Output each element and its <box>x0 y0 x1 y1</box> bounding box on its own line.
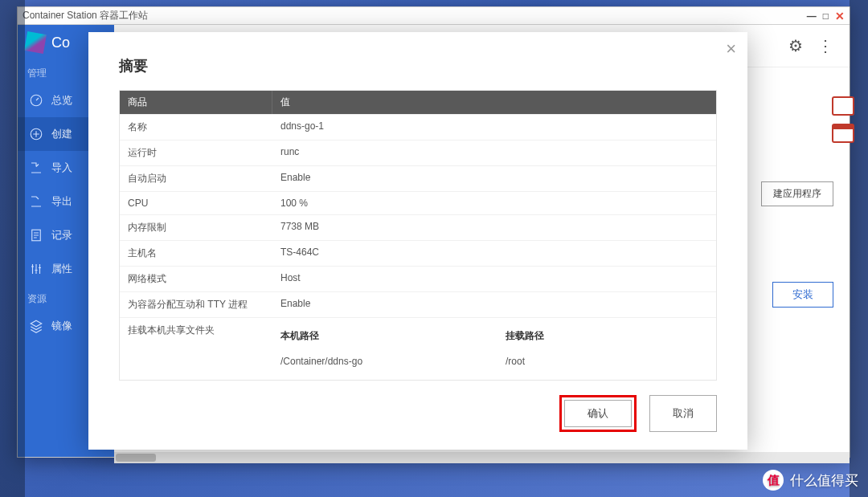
sidebar-item-label: 导出 <box>51 194 72 209</box>
sidebar-item-label: 创建 <box>51 127 72 141</box>
window-title: Container Station 容器工作站 <box>23 9 800 22</box>
sliders-icon <box>29 262 43 276</box>
modal-footer: 确认 取消 <box>119 381 717 432</box>
watermark-badge: 值 <box>763 470 784 491</box>
gauge-icon <box>29 93 43 108</box>
titlebar: Container Station 容器工作站 — □ ✕ <box>18 7 850 25</box>
modal-close-icon[interactable]: × <box>726 40 736 58</box>
horizontal-scrollbar[interactable] <box>114 452 850 463</box>
logo-icon <box>24 31 47 54</box>
settings-icon[interactable]: ⚙ <box>788 36 803 55</box>
mount-target-value: /root <box>506 356 682 367</box>
header-value: 值 <box>272 91 716 114</box>
sidebar-item-label: 导入 <box>51 161 72 175</box>
document-icon <box>29 228 43 242</box>
sidebar-item-label: 属性 <box>51 262 72 276</box>
minimize-button[interactable]: — <box>807 10 817 22</box>
maximize-button[interactable]: □ <box>823 10 829 22</box>
header-key: 商品 <box>120 91 272 114</box>
summary-table: 商品 值 名称ddns-go-1 运行时runc 自动启动Enable CPU1… <box>119 90 717 381</box>
summary-modal: × 摘要 商品 值 名称ddns-go-1 运行时runc 自动启动Enable… <box>88 32 747 450</box>
create-app-button[interactable]: 建应用程序 <box>761 181 833 206</box>
confirm-highlight-box: 确认 <box>559 395 637 432</box>
sidebar-item-label: 记录 <box>51 228 72 242</box>
cancel-button[interactable]: 取消 <box>649 395 717 432</box>
mount-target-header: 挂载路径 <box>506 324 682 356</box>
menu-icon[interactable]: ⋮ <box>817 36 833 55</box>
close-button[interactable]: ✕ <box>835 10 845 22</box>
table-row: 为容器分配互动和 TTY 进程Enable <box>120 291 716 317</box>
table-row: 名称ddns-go-1 <box>120 114 716 140</box>
brand-text: Co <box>51 35 70 51</box>
table-row: 自动启动Enable <box>120 165 716 191</box>
watermark-text: 什么值得买 <box>790 471 858 490</box>
plus-circle-icon <box>29 127 43 141</box>
table-row: CPU100 % <box>120 191 716 214</box>
mail-icon <box>832 96 854 116</box>
layers-icon <box>29 319 43 333</box>
confirm-button[interactable]: 确认 <box>564 400 632 427</box>
import-icon <box>29 161 43 175</box>
install-button[interactable]: 安装 <box>772 282 833 308</box>
sidebar-item-label: 总览 <box>51 93 72 108</box>
mount-label: 挂载本机共享文件夹 <box>120 318 272 373</box>
export-icon <box>29 194 43 209</box>
calendar-icon <box>832 124 854 143</box>
sidebar-item-label: 镜像 <box>51 319 72 333</box>
table-row: 内存限制7738 MB <box>120 214 716 240</box>
table-header: 商品 值 <box>120 91 716 114</box>
watermark: 值 什么值得买 <box>763 470 858 491</box>
modal-title: 摘要 <box>119 56 717 75</box>
table-row-mount: 挂载本机共享文件夹 本机路径 /Container/ddns-go 挂载路径 /… <box>120 317 716 373</box>
mount-host-header: 本机路径 <box>280 324 457 356</box>
table-row: 网络模式Host <box>120 266 716 291</box>
table-row: 主机名TS-464C <box>120 240 716 266</box>
mount-host-value: /Container/ddns-go <box>280 356 457 367</box>
table-row: 运行时runc <box>120 140 716 165</box>
